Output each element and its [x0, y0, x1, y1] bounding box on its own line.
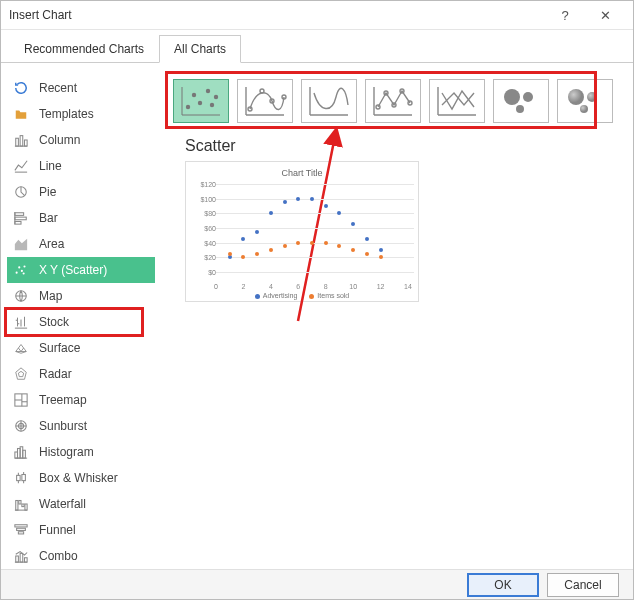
- svg-rect-2: [20, 136, 23, 147]
- svg-point-65: [248, 107, 252, 111]
- tab-all-charts[interactable]: All Charts: [159, 35, 241, 63]
- templates-icon: [13, 106, 29, 122]
- category-templates[interactable]: Templates: [7, 101, 155, 127]
- category-radar[interactable]: Radar: [7, 361, 155, 387]
- category-xy-scatter[interactable]: X Y (Scatter): [7, 257, 155, 283]
- subtype-bubble[interactable]: [493, 79, 549, 123]
- category-label: Pie: [39, 185, 56, 199]
- svg-point-83: [568, 89, 584, 105]
- category-line[interactable]: Line: [7, 153, 155, 179]
- map-icon: [13, 288, 29, 304]
- category-label: Column: [39, 133, 80, 147]
- svg-rect-40: [22, 475, 26, 481]
- svg-point-10: [16, 272, 18, 274]
- svg-rect-37: [17, 475, 21, 480]
- category-map[interactable]: Map: [7, 283, 155, 309]
- svg-point-12: [21, 270, 23, 272]
- svg-rect-49: [17, 528, 26, 530]
- combo-icon: [13, 548, 29, 564]
- category-sunburst[interactable]: Sunburst: [7, 413, 155, 439]
- svg-point-13: [23, 265, 25, 267]
- help-button[interactable]: ?: [545, 1, 585, 29]
- category-label: Waterfall: [39, 497, 86, 511]
- svg-rect-47: [25, 504, 27, 510]
- category-waterfall[interactable]: Waterfall: [7, 491, 155, 517]
- subtype-scatter-straight[interactable]: [429, 79, 485, 123]
- category-treemap[interactable]: Treemap: [7, 387, 155, 413]
- category-label: Funnel: [39, 523, 76, 537]
- legend-item-s1: Advertising: [255, 292, 298, 299]
- category-label: Templates: [39, 107, 94, 121]
- scatter-icon: [13, 262, 29, 278]
- cancel-button[interactable]: Cancel: [547, 573, 619, 597]
- category-column[interactable]: Column: [7, 127, 155, 153]
- svg-rect-52: [16, 556, 19, 562]
- pie-icon: [13, 184, 29, 200]
- category-combo[interactable]: Combo: [7, 543, 155, 569]
- category-area[interactable]: Area: [7, 231, 155, 257]
- preview-title: Chart Title: [190, 168, 414, 178]
- category-histogram[interactable]: Histogram: [7, 439, 155, 465]
- svg-point-80: [504, 89, 520, 105]
- preview-legend: Advertising Items sold: [190, 292, 414, 299]
- svg-point-85: [580, 105, 588, 113]
- subtype-scatter-smooth-markers[interactable]: [237, 79, 293, 123]
- radar-icon: [13, 366, 29, 382]
- category-label: Recent: [39, 81, 77, 95]
- waterfall-icon: [13, 496, 29, 512]
- category-label: Histogram: [39, 445, 94, 459]
- svg-rect-3: [25, 140, 28, 146]
- category-label: Combo: [39, 549, 78, 563]
- sunburst-icon: [13, 418, 29, 434]
- category-label: Treemap: [39, 393, 87, 407]
- category-label: Map: [39, 289, 62, 303]
- chart-category-list: Recent Templates Column Line: [7, 75, 155, 569]
- svg-point-61: [210, 103, 214, 107]
- category-stock[interactable]: Stock: [7, 309, 155, 335]
- category-bar[interactable]: Bar: [7, 205, 155, 231]
- subtype-scatter-smooth[interactable]: [301, 79, 357, 123]
- svg-rect-9: [15, 222, 21, 225]
- svg-rect-8: [15, 217, 26, 220]
- insert-chart-dialog: Insert Chart ? ✕ Recommended Charts All …: [0, 0, 634, 600]
- window-title: Insert Chart: [9, 8, 72, 22]
- tab-recommended-charts[interactable]: Recommended Charts: [9, 35, 159, 63]
- category-funnel[interactable]: Funnel: [7, 517, 155, 543]
- svg-rect-50: [18, 532, 23, 534]
- bar-icon: [13, 210, 29, 226]
- category-label: X Y (Scatter): [39, 263, 107, 277]
- stock-icon: [13, 314, 29, 330]
- category-surface[interactable]: Surface: [7, 335, 155, 361]
- chart-preview[interactable]: Chart Title $0$20$40$60$80$100$120024681…: [185, 161, 419, 302]
- category-recent[interactable]: Recent: [7, 75, 155, 101]
- svg-point-62: [214, 95, 218, 99]
- scatter-subtype-row: [173, 79, 621, 123]
- svg-point-59: [198, 101, 202, 105]
- svg-rect-7: [15, 213, 24, 216]
- surface-icon: [13, 340, 29, 356]
- close-button[interactable]: ✕: [585, 1, 625, 29]
- titlebar: Insert Chart ? ✕: [1, 1, 633, 30]
- category-label: Area: [39, 237, 64, 251]
- category-label: Surface: [39, 341, 80, 355]
- svg-rect-53: [20, 553, 23, 562]
- ok-button[interactable]: OK: [467, 573, 539, 597]
- funnel-icon: [13, 522, 29, 538]
- category-pie[interactable]: Pie: [7, 179, 155, 205]
- column-icon: [13, 132, 29, 148]
- category-label: Radar: [39, 367, 72, 381]
- subtype-bubble-3d[interactable]: [557, 79, 613, 123]
- svg-point-11: [18, 266, 20, 268]
- subtype-scatter[interactable]: [173, 79, 229, 123]
- svg-marker-22: [16, 368, 27, 379]
- svg-rect-54: [25, 558, 28, 562]
- category-label: Stock: [39, 315, 69, 329]
- category-box-whisker[interactable]: Box & Whisker: [7, 465, 155, 491]
- subtype-scatter-straight-markers[interactable]: [365, 79, 421, 123]
- svg-point-84: [587, 92, 597, 102]
- svg-rect-46: [22, 504, 24, 507]
- svg-point-60: [206, 89, 210, 93]
- box-whisker-icon: [13, 470, 29, 486]
- svg-rect-45: [19, 501, 21, 505]
- subtype-heading: Scatter: [185, 137, 621, 155]
